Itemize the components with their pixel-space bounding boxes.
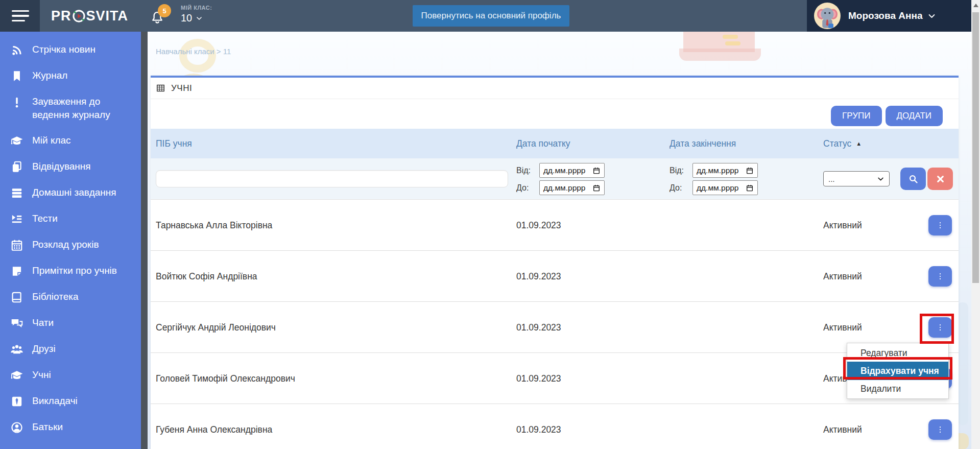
ellipsis-icon [936,272,945,281]
end-date-to-input[interactable]: дд.мм.рррр [692,180,758,195]
context-menu-item[interactable]: Видалити [847,380,948,397]
panel-toolbar: ГРУПИ ДОДАТИ [151,99,959,129]
sidebar-item[interactable]: Друзі [0,336,141,362]
decor-gift-box [683,32,755,52]
ellipsis-icon [936,425,945,434]
sidebar-item[interactable]: Відвідування [0,154,141,180]
notifications-badge: 5 [158,4,171,17]
from-label: Від: [516,166,535,175]
to-label: До: [516,183,535,193]
scrollbar-thumb[interactable] [972,12,979,283]
groups-button[interactable]: ГРУПИ [831,106,881,126]
browser-scrollbar[interactable] [971,0,980,449]
search-icon [908,174,919,184]
start-date-cell: 01.09.2023 [516,200,561,251]
sidebar-item[interactable]: Примітки про учнів [0,258,141,284]
decor-gift-box [679,49,761,61]
calendar-picker-icon[interactable] [746,184,754,192]
tie-icon [10,395,23,408]
to-label: До: [670,183,688,193]
context-menu-item[interactable]: Відрахувати учня [847,362,948,380]
calendar-picker-icon[interactable] [746,167,754,175]
brand-text-left: PR [51,8,71,24]
sidebar-item-label: Домашні завдання [32,186,116,199]
pages-icon [10,160,23,174]
sidebar-item[interactable]: Тести [0,206,141,232]
row-actions-button[interactable] [928,266,952,287]
start-date-filter: Від: дд.мм.рррр До: дд.мм.рррр [516,163,605,195]
start-date-from-input[interactable]: дд.мм.рррр [539,163,605,178]
sidebar-item-label: Журнал [32,69,67,82]
end-date-from-input[interactable]: дд.мм.рррр [692,163,758,178]
sidebar-item[interactable]: Зауваження до ведення журналу [0,89,141,128]
exclamation-icon [10,96,23,109]
sidebar-item-label: Бібліотека [32,290,79,303]
scrollbar-up-arrow[interactable] [973,4,978,7]
add-button[interactable]: ДОДАТИ [886,106,943,126]
sidebar-item[interactable]: Батьки [0,414,141,440]
start-date-cell: 01.09.2023 [516,353,561,404]
ellipsis-icon [936,221,945,230]
student-name-cell: Губеня Анна Олександрівна [156,404,272,449]
my-class-value: 10 [181,12,192,24]
app-logo[interactable]: PR SVITA [51,0,128,32]
chevron-down-icon [196,15,203,22]
table-body: Тарнавська Алла Вікторівна01.09.2023Акти… [151,200,959,449]
start-date-to-input[interactable]: дд.мм.рррр [539,180,605,195]
table-header-row: ПІБ учня Дата початку Дата закінчення Ст… [151,129,959,158]
sidebar-item[interactable]: Домашні завдання [0,180,141,206]
status-filter-select[interactable]: ... [823,171,890,186]
breadcrumb[interactable]: Навчальні класи > 11 [156,47,231,56]
sidebar-item-label: Мій клас [32,134,71,147]
user-profile-menu[interactable]: Морозова Анна [807,0,971,32]
name-filter-input[interactable] [156,170,508,187]
my-class-selector[interactable]: МІЙ КЛАС: 10 [181,5,212,24]
sidebar-item[interactable]: Стрічка новин [0,37,141,63]
row-actions-button[interactable] [928,215,952,235]
column-header-name[interactable]: ПІБ учня [156,129,192,158]
end-date-filter: Від: дд.мм.рррр До: дд.мм.рррр [670,163,758,195]
book-icon [10,291,23,304]
user-name: Морозова Анна [848,10,923,21]
column-header-status[interactable]: Статус ▲ [823,129,862,158]
sidebar-item[interactable]: Чати [0,310,141,336]
sidebar-item[interactable]: Мій клас [0,128,141,154]
list-play-icon [10,212,23,226]
return-to-main-profile-button[interactable]: Повернутись на основний профіль [413,5,569,27]
top-bar: PR SVITA 5 МІЙ КЛАС: 10 Повернутись на о… [0,0,971,32]
table-filter-row: Від: дд.мм.рррр До: дд.мм.рррр [151,158,959,200]
clear-filters-button[interactable] [927,168,953,190]
decor-gift-box [725,41,740,45]
sidebar-item[interactable]: Викладачі [0,388,141,414]
calendar-picker-icon[interactable] [592,167,601,175]
sidebar-item-label: Зауваження до ведення журналу [32,95,129,122]
sidebar-item[interactable]: Учні [0,362,141,388]
chat-icon [10,317,23,330]
sidebar-item[interactable]: Бібліотека [0,284,141,310]
my-class-label: МІЙ КЛАС: [181,5,212,11]
row-actions-button[interactable] [928,419,952,440]
brand-text-right: SVITA [86,8,129,24]
table-row: Войтюк Софія Андріївна01.09.2023Активний [151,251,959,302]
menu-toggle-button[interactable] [0,0,40,32]
person-circle-icon [10,421,23,434]
sidebar-scrollbar[interactable] [141,32,148,449]
calendar-picker-icon[interactable] [592,184,601,192]
sidebar-item[interactable]: Розклад уроків [0,232,141,258]
start-date-cell: 01.09.2023 [516,404,561,449]
sidebar-nav: Стрічка новинЖурналЗауваження до ведення… [0,32,141,449]
context-menu-item[interactable]: Редагувати [847,344,948,362]
row-actions-button[interactable] [928,317,952,338]
table-row: Губеня Анна Олександрівна01.09.2023Актив… [151,404,959,449]
sidebar-item-label: Розклад уроків [32,238,99,251]
column-header-end-date[interactable]: Дата закінчення [670,129,736,158]
notifications-button[interactable]: 5 [150,8,167,26]
student-name-cell: Тарнавська Алла Вікторівна [156,200,272,251]
start-date-cell: 01.09.2023 [516,251,561,302]
search-button[interactable] [900,168,926,190]
note-icon [10,265,23,278]
students-panel: УЧНІ ГРУПИ ДОДАТИ ПІБ учня Дата початку … [151,76,959,449]
chevron-down-icon [877,175,885,183]
column-header-start-date[interactable]: Дата початку [516,129,570,158]
sidebar-item[interactable]: Журнал [0,63,141,89]
